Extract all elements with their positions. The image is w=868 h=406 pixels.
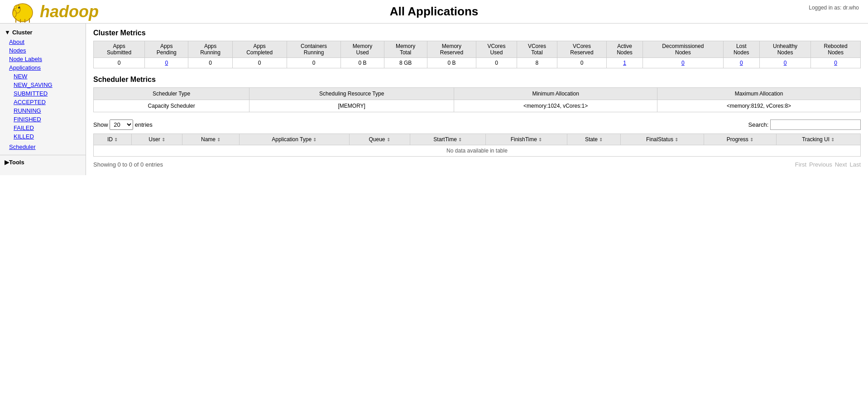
col-memory-used: MemoryUsed	[341, 41, 384, 58]
search-input[interactable]	[770, 119, 861, 130]
sidebar-item-finished[interactable]: FINISHED	[5, 115, 86, 124]
col-apps-submitted: AppsSubmitted	[94, 41, 145, 58]
col-unhealthy-nodes: UnhealthyNodes	[759, 41, 810, 58]
val-apps-submitted: 0	[94, 58, 145, 68]
cluster-metrics-table: AppsSubmitted AppsPending AppsRunning Ap…	[93, 41, 861, 68]
app-states-section: NEW NEW_SAVING SUBMITTED ACCEPTED RUNNIN…	[0, 72, 86, 141]
svg-point-4	[18, 7, 20, 9]
cluster-section-header[interactable]: ▼Cluster	[0, 27, 86, 38]
lost-nodes-link[interactable]: 0	[740, 60, 743, 66]
show-entries-control: Show 10 20 50 100 entries	[93, 119, 153, 130]
col-queue[interactable]: Queue ⇕	[349, 134, 410, 145]
col-progress[interactable]: Progress ⇕	[704, 134, 776, 145]
col-maximum-allocation: Maximum Allocation	[657, 88, 861, 100]
val-scheduler-type: Capacity Scheduler	[94, 100, 249, 112]
page-title: All Applications	[390, 5, 479, 19]
sidebar-item-applications[interactable]: Applications	[0, 63, 86, 72]
col-lost-nodes: LostNodes	[723, 41, 759, 58]
logged-in-info: Logged in as: dr.who	[809, 5, 859, 11]
sidebar: ▼Cluster About Nodes Node Labels Applica…	[0, 24, 86, 175]
col-memory-total: MemoryTotal	[384, 41, 427, 58]
sidebar-item-failed[interactable]: FAILED	[5, 124, 86, 132]
col-apps-pending: AppsPending	[145, 41, 188, 58]
sidebar-item-new-saving[interactable]: NEW_SAVING	[5, 81, 86, 89]
col-memory-reserved: MemoryReserved	[427, 41, 476, 58]
val-active-nodes: 1	[606, 58, 643, 68]
table-controls: Show 10 20 50 100 entries Search:	[93, 119, 861, 130]
entries-label: entries	[135, 121, 153, 128]
val-apps-completed: 0	[232, 58, 287, 68]
val-apps-pending: 0	[145, 58, 188, 68]
val-vcores-used: 0	[476, 58, 517, 68]
svg-point-2	[14, 6, 17, 9]
logo-area: hadoop	[9, 0, 99, 24]
sidebar-item-accepted[interactable]: ACCEPTED	[5, 98, 86, 106]
sidebar-item-killed[interactable]: KILLED	[5, 132, 86, 141]
pagination-last[interactable]: Last	[849, 161, 861, 168]
col-state[interactable]: State ⇕	[567, 134, 621, 145]
apps-pending-link[interactable]: 0	[165, 60, 168, 66]
col-name[interactable]: Name ⇕	[182, 134, 240, 145]
col-apps-completed: AppsCompleted	[232, 41, 287, 58]
col-apps-running: AppsRunning	[188, 41, 232, 58]
sidebar-item-scheduler[interactable]: Scheduler	[0, 143, 86, 151]
pagination-next[interactable]: Next	[835, 161, 847, 168]
val-apps-running: 0	[188, 58, 232, 68]
no-data-cell: No data available in table	[94, 145, 861, 157]
val-memory-total: 8 GB	[384, 58, 427, 68]
decommissioned-nodes-link[interactable]: 0	[681, 60, 685, 66]
val-memory-used: 0 B	[341, 58, 384, 68]
show-label: Show	[93, 121, 108, 128]
col-vcores-used: VCoresUsed	[476, 41, 517, 58]
col-finalstatus[interactable]: FinalStatus ⇕	[620, 134, 704, 145]
main-content: Cluster Metrics AppsSubmitted AppsPendin…	[86, 24, 868, 175]
col-user[interactable]: User ⇕	[132, 134, 182, 145]
col-scheduling-resource-type: Scheduling Resource Type	[249, 88, 454, 100]
col-containers-running: ContainersRunning	[287, 41, 341, 58]
cluster-metrics-title: Cluster Metrics	[93, 29, 861, 37]
sidebar-item-new[interactable]: NEW	[5, 72, 86, 81]
tools-section-header[interactable]: ▶Tools	[0, 157, 86, 167]
val-rebooted-nodes: 0	[811, 58, 861, 68]
pagination-previous[interactable]: Previous	[809, 161, 832, 168]
cluster-metrics-row: 0 0 0 0 0 0 B 8 GB 0 B 0 8 0 1 0 0 0 0	[94, 58, 861, 68]
pagination-info: Showing 0 to 0 of 0 entries	[93, 161, 163, 168]
col-minimum-allocation: Minimum Allocation	[454, 88, 657, 100]
col-tracking-ui[interactable]: Tracking UI ⇕	[776, 134, 860, 145]
col-finishtime[interactable]: FinishTime ⇕	[485, 134, 567, 145]
val-containers-running: 0	[287, 58, 341, 68]
sidebar-item-nodes[interactable]: Nodes	[0, 46, 86, 55]
pagination: Showing 0 to 0 of 0 entries First Previo…	[93, 159, 861, 170]
scheduler-metrics-table: Scheduler Type Scheduling Resource Type …	[93, 87, 861, 112]
sidebar-item-running[interactable]: RUNNING	[5, 106, 86, 115]
col-id[interactable]: ID ⇕	[94, 134, 132, 145]
unhealthy-nodes-link[interactable]: 0	[784, 60, 787, 66]
sidebar-item-submitted[interactable]: SUBMITTED	[5, 89, 86, 98]
active-nodes-link[interactable]: 1	[623, 60, 626, 66]
val-vcores-reserved: 0	[557, 58, 607, 68]
svg-point-3	[13, 10, 16, 17]
pagination-first[interactable]: First	[795, 161, 806, 168]
no-data-row: No data available in table	[94, 145, 861, 157]
col-vcores-total: VCoresTotal	[517, 41, 557, 58]
sidebar-item-about[interactable]: About	[0, 38, 86, 46]
applications-table: ID ⇕ User ⇕ Name ⇕ Application Type ⇕ Qu…	[93, 134, 861, 157]
val-memory-reserved: 0 B	[427, 58, 476, 68]
search-label: Search:	[748, 121, 769, 128]
pagination-buttons: First Previous Next Last	[795, 161, 861, 168]
col-scheduler-type: Scheduler Type	[94, 88, 249, 100]
scheduler-metrics-row: Capacity Scheduler [MEMORY] <memory:1024…	[94, 100, 861, 112]
col-application-type[interactable]: Application Type ⇕	[240, 134, 349, 145]
val-scheduling-resource-type: [MEMORY]	[249, 100, 454, 112]
val-minimum-allocation: <memory:1024, vCores:1>	[454, 100, 657, 112]
show-select[interactable]: 10 20 50 100	[110, 119, 133, 130]
rebooted-nodes-link[interactable]: 0	[834, 60, 837, 66]
col-starttime[interactable]: StartTime ⇕	[410, 134, 485, 145]
col-decommissioned-nodes: DecommissionedNodes	[643, 41, 723, 58]
search-area: Search:	[748, 119, 861, 130]
logo-text: hadoop	[40, 2, 99, 21]
val-decommissioned-nodes: 0	[643, 58, 723, 68]
col-active-nodes: ActiveNodes	[606, 41, 643, 58]
sidebar-item-node-labels[interactable]: Node Labels	[0, 55, 86, 63]
hadoop-logo-icon	[9, 0, 36, 24]
